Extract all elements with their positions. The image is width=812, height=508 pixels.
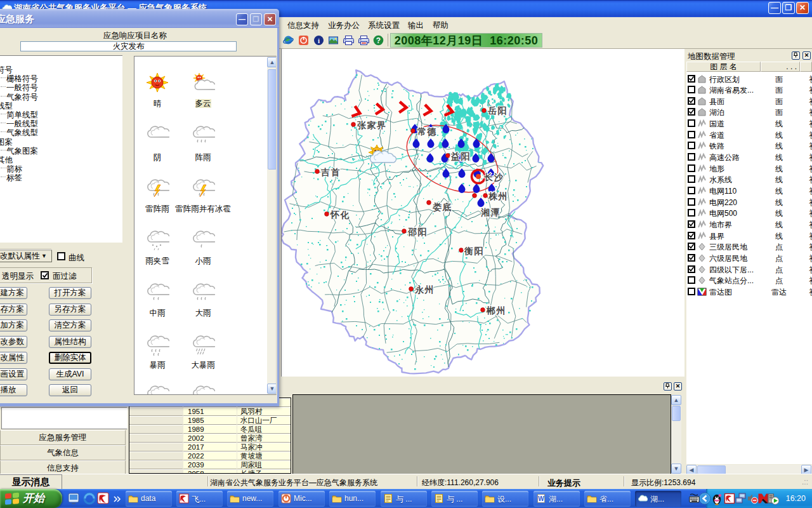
svg-text:岳阳: 岳阳 (487, 105, 508, 116)
svg-text:衡阳: 衡阳 (464, 246, 484, 256)
svg-text:娄底: 娄底 (433, 202, 452, 212)
svg-text:益阳: 益阳 (450, 151, 471, 161)
svg-text:邵阳: 邵阳 (407, 227, 428, 237)
svg-text:i: i (318, 37, 320, 44)
svg-text:W: W (538, 495, 544, 502)
svg-text:永州: 永州 (414, 284, 435, 295)
svg-text:长沙: 长沙 (483, 172, 504, 182)
svg-text:怀化: 怀化 (330, 210, 350, 220)
svg-text:常德: 常德 (417, 126, 437, 137)
svg-text:吉首: 吉首 (320, 167, 341, 177)
svg-text:?: ? (376, 36, 381, 45)
svg-text:郴州: 郴州 (486, 305, 506, 316)
svg-text:株州: 株州 (488, 191, 508, 201)
svg-text:湘潭: 湘潭 (480, 207, 501, 217)
svg-text:张家界: 张家界 (357, 120, 387, 130)
